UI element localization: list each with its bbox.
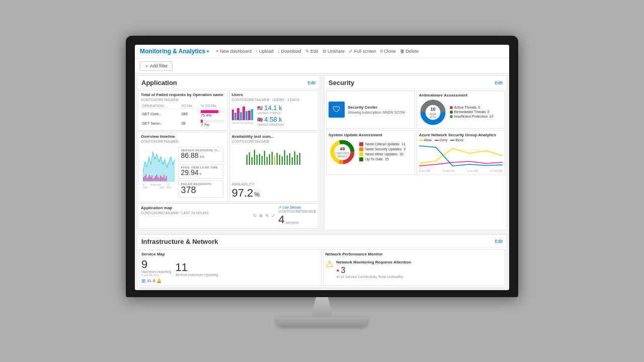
avail-number: 97.2 (232, 187, 254, 199)
antimalware-svg: 10 NEED ATTN (419, 99, 447, 126)
drag-icon[interactable]: ⊕ (259, 213, 263, 218)
servers-subtitle: CONTOSORETAILWEB (278, 210, 316, 213)
antimalware-legend: Active Threats 0 Remediated Threats 0 (450, 106, 494, 119)
uptodate-label: Up To Date (365, 157, 383, 161)
svg-rect-42 (299, 153, 300, 165)
overview-timeline-tile: Overview timeline CONTOSORETAILWEB (138, 132, 228, 202)
users-title: Users (232, 93, 316, 97)
uk-stat: 🇬🇧 4.58 k (257, 116, 284, 123)
svg-rect-20 (166, 176, 167, 181)
npm-warning: ⚠ (326, 258, 334, 269)
remediated-dot (450, 111, 453, 114)
download-button[interactable]: ↓ Download (278, 49, 301, 54)
svg-text:COMPUTERS: COMPUTERS (335, 152, 350, 155)
app-row1: Total of Failed requests by Operation na… (138, 90, 318, 131)
svg-rect-28 (264, 151, 265, 165)
availability-tile: Availability test sum... CONTOSORETAILWE… (229, 132, 319, 202)
chevron-down-icon: ▾ (207, 49, 209, 54)
active-label: Active Threats (454, 106, 477, 109)
critical-row: Need Critical Updates 11 (359, 142, 406, 146)
failed-requests-title: Total of Failed requests by Operation na… (141, 93, 225, 97)
svg-rect-13 (157, 177, 158, 181)
windows-icon: ⊞ (141, 278, 145, 284)
app-map-subtitle: CONTOSORETAILWEB · LAST 24 HOURS (141, 211, 209, 215)
add-filter-button[interactable]: ＋ Add filter (140, 61, 173, 71)
edit-button[interactable]: ✎ Edit (305, 49, 318, 54)
svg-rect-34 (279, 155, 280, 165)
page-load-metric: PAGE VIEW LOAD TIME 29.94 s (178, 164, 223, 178)
svg-rect-37 (286, 155, 287, 165)
npm-description: of 14 Service Connectivity Tests Unhealt… (337, 275, 412, 279)
mini-bar (246, 111, 248, 120)
legend-active: Active Threats 0 (450, 106, 494, 109)
security-title: Security (329, 79, 354, 86)
npm-content: ⚠ Network Monitoring Requires Attention … (326, 258, 503, 279)
deny-legend: Deny (435, 138, 447, 142)
svg-rect-33 (276, 153, 277, 165)
application-content: Total of Failed requests by Operation na… (137, 89, 319, 230)
svg-rect-30 (269, 154, 270, 165)
infrastructure-edit[interactable]: Edit (495, 239, 503, 244)
dashboard-title[interactable]: Monitoring & Analytics ▾ (140, 48, 209, 55)
other-row: Need Other Updates 20 (359, 152, 406, 156)
mini-bar (240, 112, 242, 121)
op-pct: 7.7% (200, 119, 225, 128)
screen-content: Monitoring & Analytics ▾ + New dashboard… (135, 45, 509, 290)
avail-subtitle: CONTOSORETAILWEB (232, 140, 270, 143)
service-map-stats: 9 Machines reporting (Last 30 min) 11 Al… (141, 259, 319, 277)
op-total: 26 (180, 119, 200, 128)
bar-wrap (201, 120, 224, 123)
update-legend: Need Critical Updates 11 Need Security U… (359, 142, 406, 162)
active-dot (450, 106, 453, 109)
svg-rect-26 (259, 154, 260, 165)
critical-label: Need Critical Updates (365, 142, 399, 146)
application-edit[interactable]: Edit (307, 80, 315, 85)
avail-svg (232, 145, 316, 172)
bar-fill (201, 110, 218, 113)
expand-icon[interactable]: ⤢ (271, 213, 275, 218)
app-row3: Application map CONTOSORETAILWEB · LAST … (138, 203, 318, 229)
svg-rect-31 (271, 152, 272, 165)
delete-button[interactable]: 🗑 Delete (400, 49, 419, 54)
server-response-val: 86.88 (181, 151, 199, 159)
machines-label: Machines reporting (141, 270, 172, 274)
svg-rect-27 (261, 156, 262, 165)
critical-dot (359, 142, 363, 146)
nsg-tile: Azure Network Security Group Analytics A… (417, 130, 506, 175)
svg-rect-29 (266, 157, 267, 165)
deny-dot (435, 140, 439, 141)
infrastructure-section: Infrastructure & Network Edit Service Ma… (137, 234, 507, 288)
security-center-info: Security Center Showing subscription: MS… (348, 105, 405, 114)
page-load-unit: s (200, 172, 202, 175)
fullscreen-button[interactable]: ⤢ Full screen (349, 49, 376, 54)
insufficient-label: Insufficient Protection (454, 115, 488, 118)
uptodate-val: 15 (385, 157, 389, 161)
app-map-info: Application map CONTOSORETAILWEB · LAST … (141, 206, 209, 216)
monitor-stand (126, 297, 518, 326)
clone-button[interactable]: ⎘ Clone (380, 49, 396, 54)
op-total: 285 (180, 109, 200, 119)
svg-rect-36 (284, 150, 285, 165)
users-mini-bars (232, 105, 254, 120)
block-dot (450, 140, 454, 141)
app-map-controls: ↻ ⊕ ✎ ⤢ ↗ Live Stream CONTOSORETAILWEB (253, 206, 316, 226)
op-name: GET Cust... (141, 109, 180, 119)
refresh-icon[interactable]: ↻ (253, 213, 257, 218)
live-stream-link[interactable]: ↗ Live Stream (278, 206, 316, 210)
npm-info: Network Monitoring Requires Attention ● … (337, 258, 412, 279)
svg-marker-0 (143, 152, 175, 182)
unshare-button[interactable]: ⊘ Unshare (323, 49, 345, 54)
machines-count: 9 (141, 259, 172, 270)
bar-wrap (201, 110, 224, 113)
mini-bar (234, 113, 236, 120)
security-edit[interactable]: Edit (495, 80, 503, 85)
servers-label: servers (286, 220, 299, 225)
new-dashboard-button[interactable]: + New dashboard (216, 49, 252, 54)
timeline-svg (143, 147, 175, 182)
settings-icon[interactable]: ✎ (265, 213, 269, 218)
col-pct: % TOTAL (200, 103, 225, 109)
uptodate-row: Up To Date 15 (359, 157, 406, 161)
upload-button[interactable]: ↑ Upload (256, 49, 274, 54)
antimalware-donut: 10 NEED ATTN Active Threats 0 (419, 99, 503, 126)
svg-rect-14 (159, 178, 159, 181)
